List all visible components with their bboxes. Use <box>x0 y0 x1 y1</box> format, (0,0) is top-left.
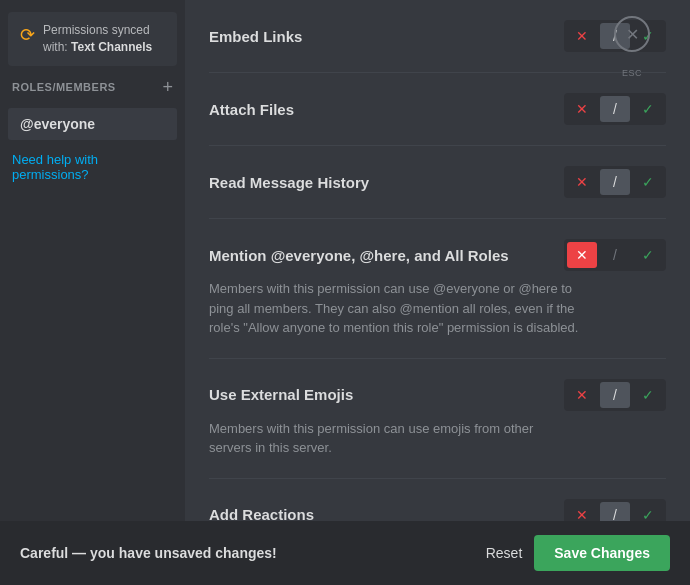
toggle-allow-use-external-emojis[interactable]: ✓ <box>633 382 663 408</box>
toggle-deny-embed-links[interactable]: ✕ <box>567 23 597 49</box>
bottom-bar: Careful — you have unsaved changes! Rese… <box>0 521 690 585</box>
sync-text: Permissions synced with: Text Channels <box>43 22 152 56</box>
toggle-group-mention-everyone: ✕/✓ <box>564 239 666 271</box>
allow-icon: ✓ <box>642 247 654 263</box>
permission-top-read-message-history: Read Message History✕/✓ <box>209 166 666 198</box>
permissions-synced-box: ⟳ Permissions synced with: Text Channels <box>8 12 177 66</box>
sync-channel: Text Channels <box>71 40 152 54</box>
sync-icon: ⟳ <box>20 24 35 46</box>
permission-row-embed-links: Embed Links✕/✓ <box>209 0 666 73</box>
permission-name-read-message-history: Read Message History <box>209 174 369 191</box>
permission-row-use-external-emojis: Use External Emojis✕/✓Members with this … <box>209 359 666 479</box>
permission-desc-mention-everyone: Members with this permission can use @ev… <box>209 279 579 338</box>
role-everyone-label: @everyone <box>20 116 95 132</box>
toggle-deny-add-reactions[interactable]: ✕ <box>567 502 597 522</box>
permission-row-add-reactions: Add Reactions✕/✓Members with this permis… <box>209 479 666 522</box>
toggle-allow-mention-everyone[interactable]: ✓ <box>633 242 663 268</box>
unsaved-text: Careful — you have unsaved changes! <box>20 545 277 561</box>
deny-icon: ✕ <box>576 101 588 117</box>
permissions-list: Embed Links✕/✓Attach Files✕/✓Read Messag… <box>209 0 666 521</box>
save-button[interactable]: Save Changes <box>534 535 670 571</box>
permission-name-use-external-emojis: Use External Emojis <box>209 386 353 403</box>
esc-label: ESC <box>622 68 642 78</box>
toggle-allow-attach-files[interactable]: ✓ <box>633 96 663 122</box>
permission-name-add-reactions: Add Reactions <box>209 506 314 521</box>
permission-row-attach-files: Attach Files✕/✓ <box>209 73 666 146</box>
toggle-neutral-mention-everyone[interactable]: / <box>600 242 630 268</box>
toggle-group-read-message-history: ✕/✓ <box>564 166 666 198</box>
neutral-icon: / <box>613 174 617 190</box>
deny-icon: ✕ <box>576 387 588 403</box>
permission-top-attach-files: Attach Files✕/✓ <box>209 93 666 125</box>
sync-line1: Permissions synced <box>43 23 150 37</box>
allow-icon: ✓ <box>642 101 654 117</box>
allow-icon: ✓ <box>642 174 654 190</box>
permission-top-mention-everyone: Mention @everyone, @here, and All Roles✕… <box>209 239 666 271</box>
reset-button[interactable]: Reset <box>486 545 523 561</box>
toggle-deny-mention-everyone[interactable]: ✕ <box>567 242 597 268</box>
add-role-icon[interactable]: + <box>162 78 173 96</box>
bottom-actions: Reset Save Changes <box>486 535 670 571</box>
help-link[interactable]: Need help with permissions? <box>8 152 177 182</box>
main-content: ✕ ESC Embed Links✕/✓Attach Files✕/✓Read … <box>185 0 690 521</box>
neutral-icon: / <box>613 101 617 117</box>
deny-icon: ✕ <box>576 174 588 190</box>
toggle-neutral-add-reactions[interactable]: / <box>600 502 630 522</box>
deny-icon: ✕ <box>576 247 588 263</box>
allow-icon: ✓ <box>642 507 654 522</box>
allow-icon: ✓ <box>642 387 654 403</box>
sync-line2: with: <box>43 40 68 54</box>
roles-label: ROLES/MEMBERS <box>12 81 116 93</box>
toggle-allow-add-reactions[interactable]: ✓ <box>633 502 663 522</box>
permission-top-embed-links: Embed Links✕/✓ <box>209 20 666 52</box>
neutral-icon: / <box>613 247 617 263</box>
toggle-deny-read-message-history[interactable]: ✕ <box>567 169 597 195</box>
toggle-neutral-read-message-history[interactable]: / <box>600 169 630 195</box>
toggle-group-attach-files: ✕/✓ <box>564 93 666 125</box>
roles-header: ROLES/MEMBERS + <box>8 78 177 96</box>
role-everyone[interactable]: @everyone <box>8 108 177 140</box>
neutral-icon: / <box>613 387 617 403</box>
deny-icon: ✕ <box>576 507 588 522</box>
neutral-icon: / <box>613 507 617 522</box>
permission-top-add-reactions: Add Reactions✕/✓ <box>209 499 666 522</box>
close-button[interactable]: ✕ ESC <box>614 16 650 52</box>
toggle-neutral-attach-files[interactable]: / <box>600 96 630 122</box>
sidebar: ⟳ Permissions synced with: Text Channels… <box>0 0 185 521</box>
toggle-neutral-use-external-emojis[interactable]: / <box>600 382 630 408</box>
permission-name-mention-everyone: Mention @everyone, @here, and All Roles <box>209 247 509 264</box>
permission-desc-use-external-emojis: Members with this permission can use emo… <box>209 419 579 458</box>
toggle-deny-use-external-emojis[interactable]: ✕ <box>567 382 597 408</box>
permission-row-mention-everyone: Mention @everyone, @here, and All Roles✕… <box>209 219 666 359</box>
permission-top-use-external-emojis: Use External Emojis✕/✓ <box>209 379 666 411</box>
toggle-group-use-external-emojis: ✕/✓ <box>564 379 666 411</box>
toggle-allow-read-message-history[interactable]: ✓ <box>633 169 663 195</box>
toggle-group-add-reactions: ✕/✓ <box>564 499 666 522</box>
close-icon: ✕ <box>626 25 639 44</box>
deny-icon: ✕ <box>576 28 588 44</box>
toggle-deny-attach-files[interactable]: ✕ <box>567 96 597 122</box>
permission-row-read-message-history: Read Message History✕/✓ <box>209 146 666 219</box>
permission-name-attach-files: Attach Files <box>209 101 294 118</box>
permission-name-embed-links: Embed Links <box>209 28 302 45</box>
